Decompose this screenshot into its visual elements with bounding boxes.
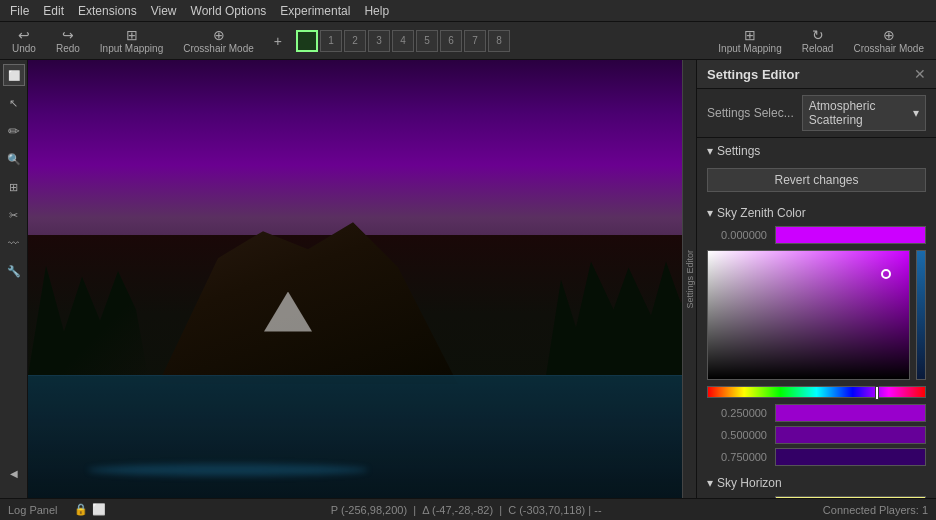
menu-extensions[interactable]: Extensions [72, 2, 143, 20]
slot-bar: 1 2 3 4 5 6 7 8 [296, 30, 510, 52]
slot-8[interactable]: 7 [464, 30, 486, 52]
lock-icon: 🔒 [74, 503, 88, 516]
settings-editor-tab-label: Settings Editor [685, 250, 695, 309]
chevron-down-icon-settings: ▾ [707, 144, 713, 158]
crosshair-icon: ⊕ [213, 28, 225, 42]
toolbar: ↩ Undo ↪ Redo ⊞ Input Mapping ⊕ Crosshai… [0, 22, 936, 60]
redo-icon: ↪ [62, 28, 74, 42]
settings-select-label: Settings Selec... [707, 106, 794, 120]
window-icon: ⬜ [92, 503, 106, 516]
menu-world-options[interactable]: World Options [185, 2, 273, 20]
input-mapping-button-right[interactable]: ⊞ Input Mapping [712, 26, 787, 56]
hue-slider[interactable] [707, 386, 926, 398]
tool-wave[interactable]: 〰 [3, 232, 25, 254]
color-picker[interactable] [707, 250, 926, 398]
zenith-swatch-0[interactable] [775, 226, 926, 244]
zenith-swatch-1[interactable] [775, 404, 926, 422]
sky-horizon-section: 0.000000 0.171875 0.250000 [697, 496, 936, 498]
revert-changes-button[interactable]: Revert changes [707, 168, 926, 192]
log-icons: 🔒 ⬜ [74, 503, 106, 516]
slot-9[interactable]: 8 [488, 30, 510, 52]
input-mapping-icon: ⊞ [126, 28, 138, 42]
slot-2[interactable]: 1 [320, 30, 342, 52]
viewport-canvas [28, 60, 696, 498]
crosshair-mode-button-right[interactable]: ⊕ Crosshair Mode [847, 26, 930, 56]
undo-button[interactable]: ↩ Undo [6, 26, 42, 56]
reload-icon: ↻ [812, 28, 824, 42]
color-gradient-box[interactable] [707, 250, 910, 380]
menu-file[interactable]: File [4, 2, 35, 20]
zenith-label-2: 0.500000 [707, 429, 767, 441]
tool-wrench[interactable]: 🔧 [3, 260, 25, 282]
redo-button[interactable]: ↪ Redo [50, 26, 86, 56]
main-area: ⬜ ↖ ✏ 🔍 ⊞ ✂ 〰 🔧 ◀ [0, 60, 936, 498]
zenith-color-row-3: 0.750000 [707, 448, 926, 466]
settings-content[interactable]: ▾ Settings Revert changes ▾ Sky Zenith C… [697, 138, 936, 498]
zenith-label-0: 0.000000 [707, 229, 767, 241]
input-mapping-button[interactable]: ⊞ Input Mapping [94, 26, 169, 56]
sky-zenith-section-header[interactable]: ▾ Sky Zenith Color [697, 200, 936, 226]
tool-select[interactable]: ⬜ [3, 64, 25, 86]
settings-dropdown[interactable]: Atmospheric Scattering ▾ [802, 95, 926, 131]
alpha-strip[interactable] [916, 250, 926, 380]
settings-editor-side-tab[interactable]: Settings Editor [682, 60, 696, 498]
sky-horizon-label: Sky Horizon [717, 476, 782, 490]
tool-pencil[interactable]: ✏ [3, 120, 25, 142]
viewport[interactable]: Settings Editor [28, 60, 696, 498]
sky-zenith-color-label: Sky Zenith Color [717, 206, 806, 220]
position-info: P (-256,98,200) | Δ (-47,-28,-82) | C (-… [331, 504, 602, 516]
connected-players: Connected Players: 1 [823, 504, 928, 516]
water [28, 375, 696, 498]
zenith-color-row-0: 0.000000 [707, 226, 926, 244]
sky-horizon-section-header[interactable]: ▾ Sky Horizon [697, 470, 936, 496]
input-mapping-icon-right: ⊞ [744, 28, 756, 42]
crosshair-mode-button[interactable]: ⊕ Crosshair Mode [177, 26, 260, 56]
slot-5[interactable]: 4 [392, 30, 414, 52]
zenith-label-1: 0.250000 [707, 407, 767, 419]
menu-view[interactable]: View [145, 2, 183, 20]
sky-zenith-color-section: 0.000000 [697, 226, 936, 466]
log-panel: Log Panel 🔒 ⬜ P (-256,98,200) | Δ (-47,-… [0, 498, 936, 520]
settings-editor-panel: Settings Editor ✕ Settings Selec... Atmo… [696, 60, 936, 498]
tool-collapse[interactable]: ◀ [3, 462, 25, 484]
tool-search[interactable]: 🔍 [3, 148, 25, 170]
close-button[interactable]: ✕ [914, 66, 926, 82]
undo-icon: ↩ [18, 28, 30, 42]
tool-key[interactable]: ⊞ [3, 176, 25, 198]
hue-slider-row [707, 386, 926, 398]
menu-edit[interactable]: Edit [37, 2, 70, 20]
settings-section-header[interactable]: ▾ Settings [697, 138, 936, 164]
chevron-down-icon: ▾ [913, 106, 919, 120]
add-button[interactable]: + [268, 32, 288, 50]
chevron-down-icon-zenith: ▾ [707, 206, 713, 220]
slot-4[interactable]: 3 [368, 30, 390, 52]
menu-help[interactable]: Help [358, 2, 395, 20]
settings-editor-header: Settings Editor ✕ [697, 60, 936, 89]
gradient-black-overlay [708, 251, 909, 379]
chevron-down-icon-horizon: ▾ [707, 476, 713, 490]
zenith-swatch-3[interactable] [775, 448, 926, 466]
tool-pointer[interactable]: ↖ [3, 92, 25, 114]
add-icon: + [274, 34, 282, 48]
settings-selector-row: Settings Selec... Atmospheric Scattering… [697, 89, 936, 138]
horizon-color-row-0: 0.000000 [707, 496, 926, 498]
tool-cut[interactable]: ✂ [3, 204, 25, 226]
zenith-color-row-2: 0.500000 [707, 426, 926, 444]
menu-bar: File Edit Extensions View World Options … [0, 0, 936, 22]
horizon-swatch-0[interactable] [775, 496, 926, 498]
reload-button[interactable]: ↻ Reload [796, 26, 840, 56]
zenith-label-3: 0.750000 [707, 451, 767, 463]
slot-7[interactable]: 6 [440, 30, 462, 52]
log-panel-label: Log Panel [8, 504, 58, 516]
crosshair-icon-right: ⊕ [883, 28, 895, 42]
left-toolbar: ⬜ ↖ ✏ 🔍 ⊞ ✂ 〰 🔧 ◀ [0, 60, 28, 498]
hue-thumb [875, 386, 879, 400]
menu-experimental[interactable]: Experimental [274, 2, 356, 20]
slot-3[interactable]: 2 [344, 30, 366, 52]
zenith-color-row-1: 0.250000 [707, 404, 926, 422]
slot-1[interactable] [296, 30, 318, 52]
zenith-swatch-2[interactable] [775, 426, 926, 444]
slot-6[interactable]: 5 [416, 30, 438, 52]
settings-editor-title: Settings Editor [707, 67, 799, 82]
